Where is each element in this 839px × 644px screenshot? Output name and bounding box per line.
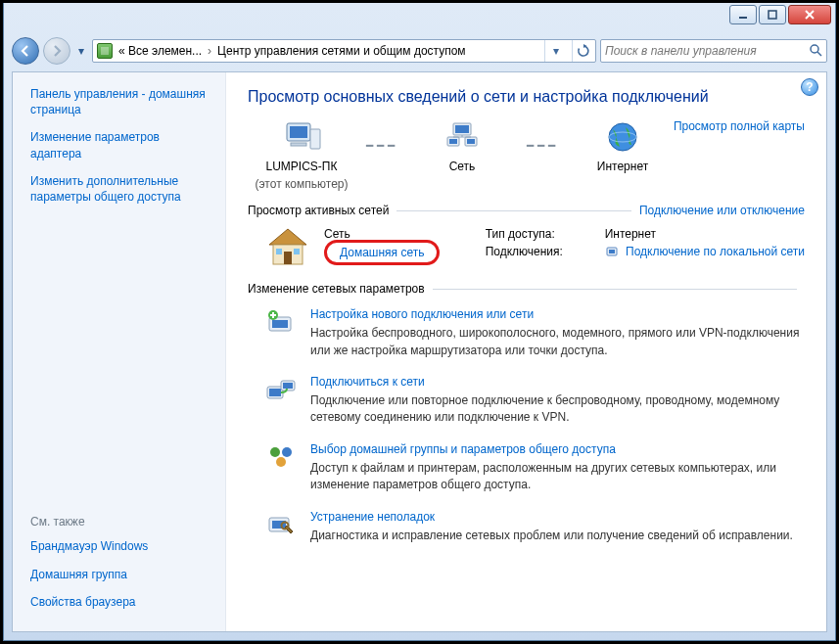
svg-rect-23	[284, 252, 292, 264]
svg-rect-14	[449, 139, 457, 144]
close-button[interactable]	[788, 5, 831, 24]
maximize-button[interactable]	[759, 5, 786, 24]
sidebar-item-internet-options[interactable]: Свойства браузера	[30, 594, 210, 610]
connect-disconnect-link[interactable]: Подключение или отключение	[639, 204, 805, 217]
connection-details: Тип доступа: Интернет Подключения: Подкл…	[486, 227, 805, 262]
network-settings-label: Изменение сетевых параметров	[248, 282, 425, 296]
network-settings-heading: Изменение сетевых параметров	[248, 282, 805, 296]
setting-connect-network: Подключиться к сети Подключение или повт…	[248, 369, 805, 437]
sidebar-item-homegroup[interactable]: Домашняя группа	[30, 567, 210, 582]
setting-troubleshoot-desc: Диагностика и исправление сетевых пробле…	[310, 528, 793, 544]
view-full-map-link[interactable]: Просмотр полной карты	[674, 119, 805, 133]
address-bar[interactable]: « Все элемен... › Центр управления сетям…	[92, 39, 596, 63]
setting-new-connection: Настройка нового подключения или сети На…	[248, 301, 805, 369]
refresh-button[interactable]	[572, 40, 593, 62]
breadcrumb-seg2[interactable]: Центр управления сетями и общим доступом	[217, 44, 538, 58]
svg-rect-1	[769, 11, 776, 19]
svg-rect-27	[609, 250, 615, 253]
computer-icon	[281, 119, 322, 155]
map-node2-label: Сеть	[408, 160, 516, 175]
svg-rect-4	[101, 47, 109, 55]
svg-rect-32	[269, 389, 281, 396]
address-dropdown[interactable]: ▾	[544, 40, 566, 62]
connect-network-icon	[265, 375, 297, 404]
svg-rect-24	[276, 249, 282, 254]
active-network-row: Сеть Домашняя сеть Тип доступа: Интернет…	[248, 223, 805, 270]
sidebar: Панель управления - домашняя страница Из…	[13, 72, 226, 631]
window-chrome: ▾ « Все элемен... › Центр управления сет…	[3, 3, 836, 641]
sidebar-item-home[interactable]: Панель управления - домашняя страница	[30, 86, 210, 117]
new-connection-icon	[265, 307, 297, 337]
minimize-button[interactable]	[729, 5, 757, 24]
ethernet-icon	[605, 245, 619, 258]
main-panel: ? Просмотр основных сведений о сети и на…	[226, 72, 826, 631]
breadcrumb-seg1[interactable]: « Все элемен...	[118, 44, 202, 58]
svg-rect-8	[290, 126, 307, 138]
setting-new-connection-title[interactable]: Настройка нового подключения или сети	[310, 307, 534, 321]
setting-connect-network-title[interactable]: Подключиться к сети	[310, 375, 425, 389]
map-connection-line: ━━━	[355, 139, 408, 153]
network-name: Сеть	[324, 227, 440, 241]
connection-link[interactable]: Подключение по локальной сети	[626, 245, 805, 258]
svg-point-36	[282, 447, 292, 457]
map-node3-label: Интернет	[569, 160, 676, 175]
map-node-this-pc: LUMPICS-ПК (этот компьютер)	[248, 119, 355, 192]
setting-new-connection-desc: Настройка беспроводного, широкополосного…	[310, 325, 800, 359]
svg-point-19	[609, 123, 636, 151]
setting-troubleshoot: Устранение неполадок Диагностика и испра…	[248, 504, 805, 554]
setting-homegroup-title[interactable]: Выбор домашней группы и параметров общег…	[310, 442, 616, 456]
svg-rect-12	[455, 125, 469, 133]
svg-rect-10	[310, 129, 320, 149]
connections-key: Подключения:	[486, 245, 580, 258]
homegroup-icon	[265, 442, 297, 472]
active-networks-label: Просмотр активных сетей	[248, 204, 389, 217]
network-icon	[442, 119, 483, 155]
help-button[interactable]: ?	[801, 78, 818, 96]
svg-point-5	[811, 45, 818, 53]
search-input[interactable]: Поиск в панели управления	[600, 39, 827, 63]
setting-homegroup: Выбор домашней группы и параметров общег…	[248, 437, 805, 504]
svg-point-37	[276, 457, 286, 467]
setting-homegroup-desc: Доступ к файлам и принтерам, расположенн…	[310, 460, 800, 494]
content-area: Панель управления - домашняя страница Из…	[12, 71, 827, 632]
svg-rect-25	[294, 249, 300, 254]
network-type-link[interactable]: Домашняя сеть	[324, 240, 440, 265]
svg-point-35	[270, 447, 280, 457]
access-type-value: Интернет	[605, 227, 656, 241]
sidebar-item-firewall[interactable]: Брандмауэр Windows	[30, 538, 210, 554]
search-icon	[809, 43, 822, 60]
active-network-info: Сеть Домашняя сеть	[324, 227, 440, 265]
sidebar-item-adapter-settings[interactable]: Изменение параметров адаптера	[30, 129, 210, 161]
map-node-network: Сеть	[408, 119, 516, 175]
globe-icon	[602, 119, 643, 155]
network-map: LUMPICS-ПК (этот компьютер) ━━━	[248, 119, 805, 192]
setting-connect-network-desc: Подключение или повторное подключение к …	[310, 392, 800, 427]
svg-rect-34	[283, 383, 293, 389]
svg-rect-29	[272, 320, 288, 328]
active-networks-heading: Просмотр активных сетей Подключение или …	[248, 204, 805, 217]
navbar: ▾ « Все элемен... › Центр управления сет…	[12, 34, 827, 68]
svg-marker-21	[269, 229, 306, 245]
svg-rect-9	[291, 143, 306, 146]
map-node1-label: LUMPICS-ПК	[248, 160, 355, 175]
nav-history-dropdown[interactable]: ▾	[74, 37, 88, 65]
svg-rect-16	[467, 139, 475, 144]
forward-button[interactable]	[43, 37, 70, 65]
setting-troubleshoot-title[interactable]: Устранение неполадок	[310, 510, 435, 524]
map-connection-line: ━━━	[516, 139, 569, 153]
access-type-key: Тип доступа:	[486, 227, 580, 241]
search-placeholder: Поиск в панели управления	[605, 44, 757, 58]
breadcrumb-separator: ›	[208, 44, 211, 58]
map-node-internet: Интернет	[569, 119, 676, 175]
map-node1-sub: (этот компьютер)	[248, 177, 355, 193]
svg-line-6	[817, 52, 821, 56]
sidebar-item-advanced-sharing[interactable]: Изменить дополнительные параметры общего…	[30, 173, 210, 205]
home-network-icon	[265, 227, 310, 266]
titlebar	[4, 3, 835, 34]
troubleshoot-icon	[265, 510, 297, 539]
sidebar-footer-heading: См. также	[30, 515, 210, 529]
back-button[interactable]	[12, 37, 39, 65]
control-panel-icon	[97, 43, 113, 59]
page-title: Просмотр основных сведений о сети и наст…	[248, 88, 805, 106]
